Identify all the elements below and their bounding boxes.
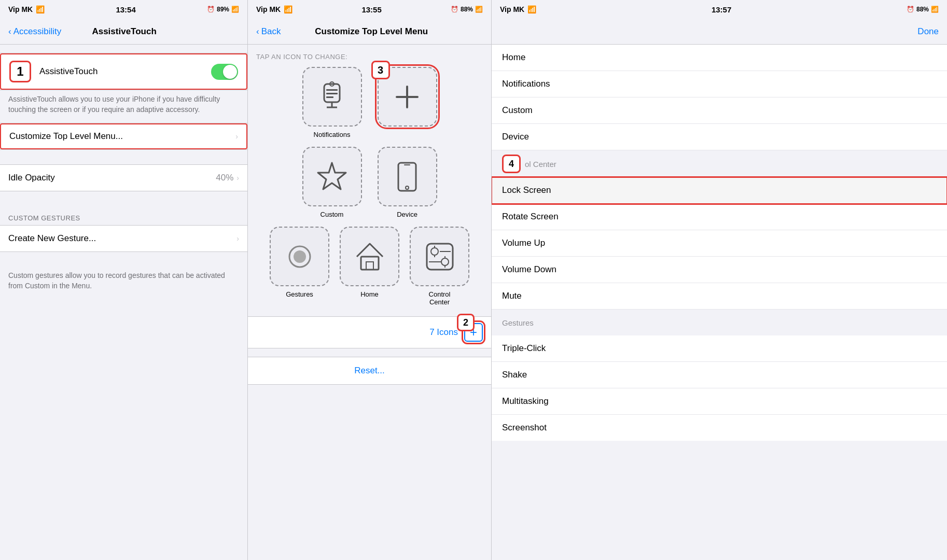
menu-item-volume-up[interactable]: Volume Up xyxy=(492,230,947,257)
at-description: AssistiveTouch allows you to use your iP… xyxy=(0,90,247,123)
status-bar-1: Vip MK 📶 13:54 ⏰ 89% 📶 xyxy=(0,0,247,19)
step-badge-4: 4 xyxy=(502,155,521,173)
menu-label-volume-up: Volume Up xyxy=(502,238,545,248)
status-right-3: ⏰ 88% 📶 xyxy=(907,6,939,13)
chevron-left-icon-1: ‹ xyxy=(8,26,11,37)
create-gesture-row[interactable]: Create New Gesture... › xyxy=(0,226,247,251)
icon-label-control: ControlCenter xyxy=(429,290,451,306)
icon-label-device: Device xyxy=(397,211,417,218)
menu-list: Home Notifications Custom Device 4 ol Ce… xyxy=(492,45,947,441)
back-button-1[interactable]: ‹ Accessibility xyxy=(8,26,61,37)
menu-item-shake[interactable]: Shake xyxy=(492,362,947,388)
svg-rect-6 xyxy=(326,96,333,98)
menu-label-multitasking: Multitasking xyxy=(502,396,549,407)
instruction-text: TAP AN ICON TO CHANGE: xyxy=(248,45,491,67)
add-btn-wrapper: 2 + xyxy=(464,323,483,342)
idle-group: Idle Opacity 40% › xyxy=(0,164,247,191)
time-2: 13:55 xyxy=(361,5,381,14)
icon-cell-custom[interactable]: Custom xyxy=(302,147,362,218)
menu-item-device[interactable]: Device xyxy=(492,124,947,150)
signal-icon-2: 📶 xyxy=(475,6,483,13)
icon-label-home: Home xyxy=(360,290,379,298)
icon-box-custom xyxy=(302,147,362,206)
gestures-svg xyxy=(282,239,318,275)
wifi-icon-2: 📶 xyxy=(284,5,293,13)
battery-3: 88% xyxy=(916,6,929,13)
chevron-left-icon-2: ‹ xyxy=(256,26,259,37)
svg-point-11 xyxy=(406,186,409,189)
menu-list-content: Home Notifications Custom Device 4 ol Ce… xyxy=(492,45,947,560)
nav-title-1: AssistiveTouch xyxy=(92,26,156,37)
carrier-2: Vip MK xyxy=(256,5,281,13)
wifi-icon-3: 📶 xyxy=(527,5,536,13)
menu-label-mute: Mute xyxy=(502,291,522,301)
customize-group: Customize Top Level Menu... › xyxy=(0,123,247,150)
content-1: 1 AssistiveTouch AssistiveTouch allows y… xyxy=(0,45,247,560)
menu-item-multitasking[interactable]: Multitasking xyxy=(492,388,947,415)
icon-cell-plus[interactable]: 3 xyxy=(378,67,437,138)
icon-cell-home[interactable]: Home xyxy=(340,227,399,306)
alarm-icon-1: ⏰ xyxy=(207,6,215,13)
step-badge-2: 2 xyxy=(457,314,475,331)
svg-rect-5 xyxy=(326,93,338,94)
idle-value: 40% xyxy=(216,173,233,183)
panel-assistivetouch: Vip MK 📶 13:54 ⏰ 89% 📶 ‹ Accessibility A… xyxy=(0,0,248,560)
chevron-right-icon-gesture: › xyxy=(236,234,239,243)
menu-item-notifications[interactable]: Notifications xyxy=(492,71,947,97)
menu-item-triple-click[interactable]: Triple-Click xyxy=(492,335,947,362)
time-1: 13:54 xyxy=(116,5,135,14)
menu-item-lock-screen[interactable]: Lock Screen xyxy=(492,177,947,204)
control-svg xyxy=(422,239,458,275)
step-badge-1: 1 xyxy=(9,61,31,82)
toggle-row[interactable]: 1 AssistiveTouch xyxy=(0,53,247,90)
menu-item-mute[interactable]: Mute xyxy=(492,283,947,310)
nav-bar-2: ‹ Back Customize Top Level Menu xyxy=(248,19,491,45)
menu-label-device: Device xyxy=(502,132,529,142)
battery-1: 89% xyxy=(217,6,229,13)
menu-item-rotate-screen[interactable]: Rotate Screen xyxy=(492,204,947,230)
svg-rect-17 xyxy=(427,244,453,270)
signal-icon-1: 📶 xyxy=(231,6,239,13)
time-3: 13:57 xyxy=(712,5,731,14)
custom-gestures-header: CUSTOM GESTURES xyxy=(0,206,247,225)
done-button[interactable]: Done xyxy=(917,26,939,37)
status-bar-2: Vip MK 📶 13:55 ⏰ 88% 📶 xyxy=(248,0,491,19)
reset-button[interactable]: Reset... xyxy=(354,366,385,376)
menu-item-home[interactable]: Home xyxy=(492,45,947,71)
back-label-2: Back xyxy=(261,26,281,37)
menu-item-screenshot[interactable]: Screenshot xyxy=(492,415,947,441)
reset-bar: Reset... xyxy=(248,357,491,385)
icon-box-control xyxy=(410,227,469,286)
gesture-description: Custom gestures allow you to record gest… xyxy=(0,267,247,299)
wifi-icon-1: 📶 xyxy=(36,5,45,13)
svg-point-14 xyxy=(294,250,306,263)
back-button-2[interactable]: ‹ Back xyxy=(256,26,281,37)
icon-box-home xyxy=(340,227,399,286)
icon-box-device xyxy=(378,147,437,206)
status-right-2: ⏰ 88% 📶 xyxy=(451,6,483,13)
icon-cell-notifications[interactable]: Notifications xyxy=(302,67,362,138)
menu-item-volume-down[interactable]: Volume Down xyxy=(492,257,947,283)
svg-rect-4 xyxy=(326,89,338,91)
create-gesture-label: Create New Gesture... xyxy=(8,233,96,244)
icon-cell-device[interactable]: Device xyxy=(378,147,437,218)
menu-label-gestures-section: Gestures xyxy=(502,318,534,327)
back-label-1: Accessibility xyxy=(13,26,62,37)
icon-cell-control[interactable]: ControlCenter xyxy=(410,227,469,306)
nav-bar-3: Done xyxy=(492,19,947,45)
customize-row[interactable]: Customize Top Level Menu... › xyxy=(0,123,247,149)
gestures-group: Create New Gesture... › xyxy=(0,225,247,252)
icon-cell-gestures[interactable]: Gestures xyxy=(270,227,329,306)
star-svg xyxy=(314,159,350,195)
icons-row-1: Notifications 3 xyxy=(256,67,483,138)
menu-item-custom[interactable]: Custom xyxy=(492,97,947,124)
idle-row[interactable]: Idle Opacity 40% › xyxy=(0,165,247,191)
home-svg xyxy=(352,239,388,275)
icons-count: 7 Icons xyxy=(429,327,458,338)
menu-label-notifications: Notifications xyxy=(502,79,550,89)
panel-menu-list: Vip MK 📶 13:57 ⏰ 88% 📶 Done Home Notific… xyxy=(492,0,947,560)
icon-box-gestures xyxy=(270,227,329,286)
assistivetouch-toggle[interactable] xyxy=(211,64,238,80)
icon-label-notifications: Notifications xyxy=(314,131,351,138)
status-left-3: Vip MK 📶 xyxy=(500,5,536,13)
